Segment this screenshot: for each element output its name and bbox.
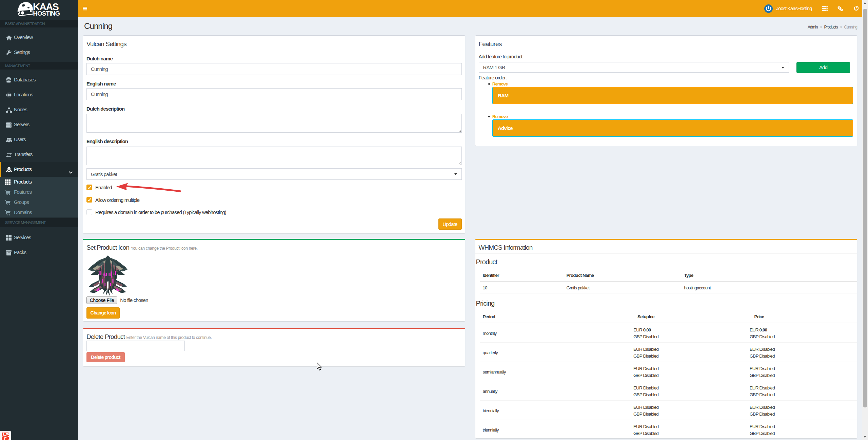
svg-text:HOSTING: HOSTING: [33, 10, 60, 17]
